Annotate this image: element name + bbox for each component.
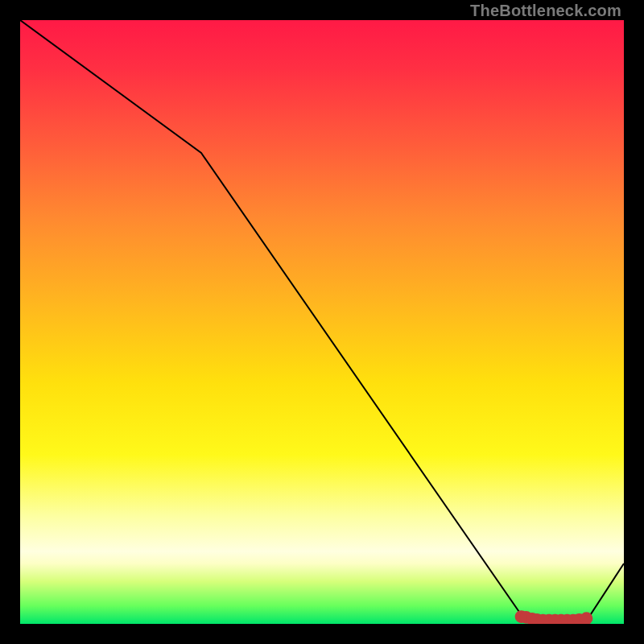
- watermark-text: TheBottleneck.com: [470, 2, 621, 20]
- bottleneck-curve: [20, 20, 624, 621]
- chart-frame: TheBottleneck.com: [0, 0, 644, 644]
- optimal-range-markers: [518, 613, 589, 624]
- plot-area: [20, 20, 624, 624]
- optimal-point: [583, 615, 589, 621]
- chart-svg: [20, 20, 624, 624]
